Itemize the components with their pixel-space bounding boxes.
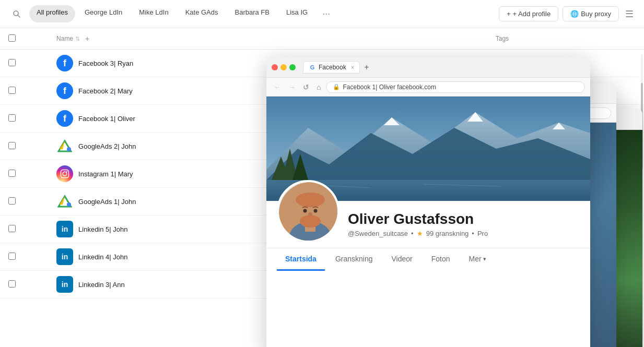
profile-name-text: Linkedin 3| Ann	[78, 281, 125, 289]
add-profile-button[interactable]: + + Add profile	[499, 6, 558, 21]
profile-icon-ig	[56, 165, 73, 182]
fb-tab-videor[interactable]: Videor	[383, 248, 421, 271]
pro-badge: Pro	[477, 230, 488, 237]
home-button-3[interactable]: ⌂	[314, 82, 323, 92]
nav-tab-kate[interactable]: Kate GAds	[178, 5, 226, 22]
fb-tab-granskning[interactable]: Granskning	[327, 248, 381, 271]
svg-point-32	[304, 216, 317, 222]
globe-icon: 🌐	[570, 10, 579, 18]
profile-name-text: Instagram 1| Mary	[78, 170, 133, 178]
nav-tab-mike[interactable]: Mike LdIn	[132, 5, 175, 22]
row-checkbox-cell	[0, 243, 48, 271]
traffic-lights-3	[272, 64, 296, 70]
tags-column-header: Tags	[487, 28, 644, 50]
profile-meta: @Sweden_suitcase • ★ 99 granskning • Pro	[348, 230, 488, 237]
profile-icon-fb: f	[56, 55, 73, 71]
minimize-button-3[interactable]	[280, 64, 287, 70]
profile-icon-fb: f	[56, 110, 73, 127]
action-column-header	[362, 28, 487, 50]
address-text-3: Facebook 1| Oliver facebook.com	[343, 83, 436, 91]
row-checkbox-2[interactable]	[8, 114, 16, 122]
row-checkbox-5[interactable]	[8, 197, 16, 205]
row-checkbox-cell	[0, 188, 48, 216]
svg-point-30	[314, 209, 318, 213]
nav-tab-george[interactable]: George LdIn	[77, 5, 130, 22]
row-checkbox-0[interactable]	[8, 59, 16, 66]
facebook-profile-content: Oliver Gustafsson @Sweden_suitcase • ★ 9…	[266, 97, 590, 347]
profile-icon-li: in	[56, 248, 73, 265]
row-checkbox-cell	[0, 50, 48, 77]
dot-separator-1: •	[411, 230, 414, 237]
profile-display-name: Oliver Gustafsson	[348, 211, 488, 228]
row-checkbox-4[interactable]	[8, 170, 16, 177]
plus-icon: +	[507, 10, 511, 18]
browser-window-3: G Facebook × + ← → ↺ ⌂ 🔒 Facebook 1| Oli…	[266, 57, 590, 347]
fb-tab-startsida[interactable]: Startsida	[277, 248, 325, 271]
profile-icon-li: in	[56, 276, 73, 293]
buy-proxy-button[interactable]: 🌐 Buy proxy	[563, 6, 619, 21]
nav-tab-barbara[interactable]: Barbara FB	[228, 5, 277, 22]
search-icon[interactable]	[8, 6, 25, 22]
facebook-nav-tabs: Startsida Granskning Videor Foton Mer ▾	[266, 248, 590, 271]
profile-name-text: Facebook 1| Oliver	[78, 115, 135, 123]
profile-icon-gads	[56, 138, 73, 154]
row-checkbox-7[interactable]	[8, 253, 16, 260]
profile-name-text: Facebook 2| Mary	[78, 87, 133, 95]
select-all-checkbox[interactable]	[8, 34, 16, 42]
name-column-header: Name ⇅ +	[48, 28, 361, 50]
svg-point-10	[67, 202, 71, 207]
profile-name-text: GoogleAds 2| John	[78, 142, 136, 150]
profile-name-section: Oliver Gustafsson @Sweden_suitcase • ★ 9…	[348, 211, 488, 243]
name-header-label: Name	[56, 35, 73, 42]
browser-tab-label-3: Facebook	[319, 64, 346, 71]
star-rating-icon: ★	[417, 230, 423, 237]
sort-icon[interactable]: ⇅	[75, 35, 80, 42]
nav-tab-all-profiles[interactable]: All profiles	[29, 5, 75, 22]
address-bar-3[interactable]: 🔒 Facebook 1| Oliver facebook.com	[326, 81, 585, 93]
profile-handle: @Sweden_suitcase	[348, 230, 408, 237]
fb-tab-foton[interactable]: Foton	[423, 248, 459, 271]
lock-icon-3: 🔒	[333, 83, 340, 90]
profile-name-text: Linkedin 4| John	[78, 253, 127, 261]
profile-avatar	[277, 180, 339, 243]
row-checkbox-3[interactable]	[8, 142, 16, 149]
browser-windows-overlay: G Facebook × +	[266, 57, 642, 347]
row-checkbox-1[interactable]	[8, 87, 16, 94]
svg-point-27	[296, 193, 325, 207]
app-container: All profiles George LdIn Mike LdIn Kate …	[0, 0, 644, 347]
profile-icon-gads	[56, 193, 73, 210]
top-nav: All profiles George LdIn Mike LdIn Kate …	[0, 0, 644, 28]
nav-tabs: All profiles George LdIn Mike LdIn Kate …	[29, 5, 495, 22]
svg-point-6	[63, 172, 67, 176]
reload-button-3[interactable]: ↺	[301, 82, 311, 92]
row-checkbox-cell	[0, 216, 48, 243]
row-checkbox-8[interactable]	[8, 280, 16, 288]
row-checkbox-cell	[0, 133, 48, 160]
fb-tab-mer[interactable]: Mer ▾	[461, 248, 495, 271]
nav-tab-lisa[interactable]: Lisa IG	[279, 5, 315, 22]
forward-button-3[interactable]: →	[286, 82, 298, 92]
select-all-checkbox-header[interactable]	[0, 28, 48, 50]
browser-nav-3: ← → ↺ ⌂ 🔒 Facebook 1| Oliver facebook.co…	[266, 78, 590, 97]
hamburger-menu[interactable]: ☰	[623, 6, 636, 22]
row-checkbox-cell	[0, 77, 48, 105]
profile-icon-fb: f	[56, 82, 73, 99]
new-tab-button-3[interactable]: +	[362, 63, 371, 72]
tab-close-3[interactable]: ×	[351, 64, 354, 70]
row-checkbox-6[interactable]	[8, 225, 16, 232]
nav-more-button[interactable]: ···	[317, 5, 335, 22]
profile-name-text: Facebook 3| Ryan	[78, 59, 133, 67]
browser-tab-facebook-3[interactable]: G Facebook ×	[303, 61, 360, 74]
table-header-row: Name ⇅ + Tags	[0, 28, 644, 50]
close-button-3[interactable]	[272, 64, 278, 70]
tags-header-label: Tags	[496, 35, 509, 42]
maximize-button-3[interactable]	[289, 64, 296, 70]
svg-rect-5	[61, 170, 69, 178]
profile-section: Oliver Gustafsson @Sweden_suitcase • ★ 9…	[266, 180, 590, 248]
add-column-button[interactable]: +	[82, 33, 92, 44]
chevron-down-icon: ▾	[483, 256, 486, 262]
tab-strip-3: G Facebook × +	[303, 61, 585, 74]
back-button-3[interactable]: ←	[272, 82, 283, 92]
dot-separator-2: •	[472, 230, 474, 237]
profile-name-text: GoogleAds 1| John	[78, 198, 136, 206]
